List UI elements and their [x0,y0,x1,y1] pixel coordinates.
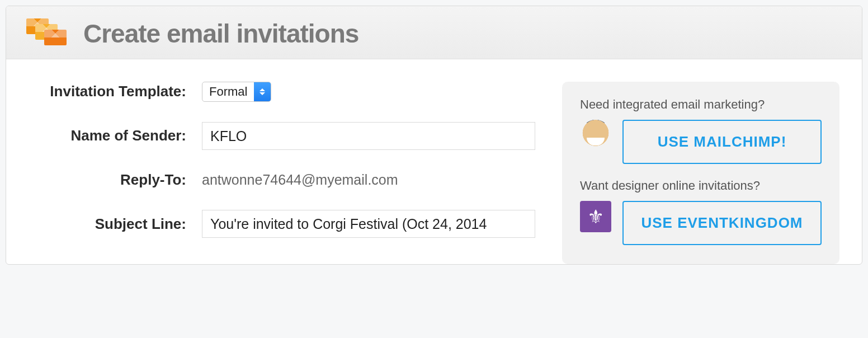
subject-label: Subject Line: [29,214,202,234]
use-eventkingdom-button[interactable]: USE EVENTKINGDOM [622,201,822,245]
sender-input[interactable] [202,122,535,150]
subject-input[interactable] [202,210,535,238]
template-label: Invitation Template: [29,82,202,101]
create-invitations-panel: Create email invitations Invitation Temp… [6,6,862,265]
eventkingdom-icon: ⚜ [580,201,611,232]
field-row-subject: Subject Line: [29,210,535,238]
eventkingdom-row: ⚜ USE EVENTKINGDOM [580,201,822,245]
fleur-de-lis-icon: ⚜ [587,205,604,228]
mailchimp-row: USE MAILCHIMP! [580,120,822,164]
chevron-updown-icon [254,82,271,101]
sender-label: Name of Sender: [29,126,202,145]
replyto-value: antwonne74644@myemail.com [202,172,398,187]
panel-body: Invitation Template: Formal Name of Send… [6,59,862,264]
field-row-sender: Name of Sender: [29,122,535,150]
mailchimp-prompt: Need integrated email marketing? [580,97,822,112]
template-select-value: Formal [202,82,254,101]
template-select[interactable]: Formal [202,82,271,102]
replyto-label: Reply-To: [29,170,202,190]
mailchimp-icon [580,120,611,151]
eventkingdom-prompt: Want designer online invitations? [580,179,822,193]
field-row-replyto: Reply-To: antwonne74644@myemail.com [29,170,535,190]
page-title: Create email invitations [83,18,358,49]
use-mailchimp-button[interactable]: USE MAILCHIMP! [622,120,822,164]
field-row-template: Invitation Template: Formal [29,82,535,102]
envelopes-icon [26,18,68,49]
invitation-form: Invitation Template: Formal Name of Send… [29,82,535,258]
promo-sidebar: Need integrated email marketing? USE MAI… [562,82,839,264]
panel-header: Create email invitations [6,6,862,59]
